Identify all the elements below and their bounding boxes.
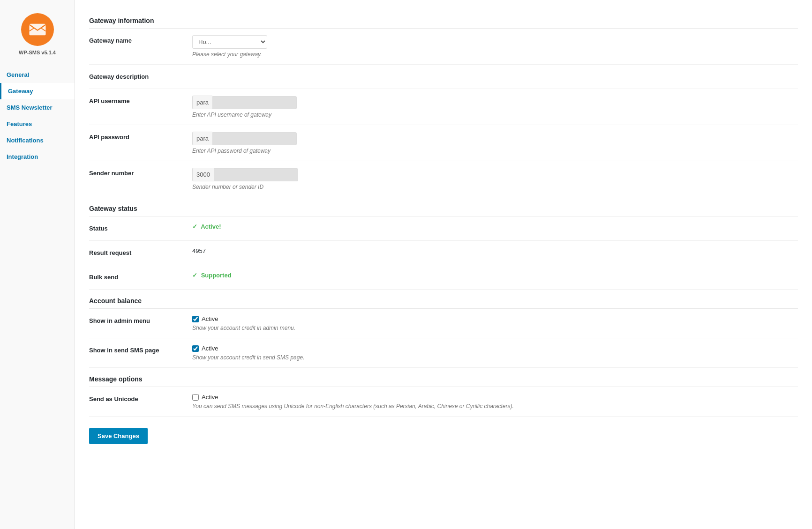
sidebar-item-sms-newsletter-link[interactable]: SMS Newsletter: [7, 104, 53, 111]
show-in-admin-menu-checkbox-row: Active: [192, 315, 798, 322]
api-password-prefix: para: [192, 132, 212, 145]
result-request-value: 4957: [192, 241, 798, 265]
api-password-description: Enter API password of gateway: [192, 148, 798, 154]
message-options-table: Send as Unicode Active You can send SMS …: [89, 387, 798, 417]
send-as-unicode-description: You can send SMS messages using Unicode …: [192, 403, 798, 410]
sidebar-item-gateway-link[interactable]: Gateway: [8, 88, 33, 95]
status-label: Status: [89, 216, 192, 241]
logo-version: WP-SMS v5.1.4: [19, 50, 56, 55]
sidebar-item-integration[interactable]: Integration: [0, 149, 75, 165]
sender-number-blurred: [214, 168, 298, 181]
gateway-name-select-wrapper: Ho...: [192, 35, 267, 49]
api-password-label: API password: [89, 125, 192, 161]
sender-number-description: Sender number or sender ID: [192, 184, 798, 190]
message-options-title: Message options: [89, 368, 798, 387]
show-in-send-sms-checkbox-label: Active: [202, 345, 218, 352]
sidebar: WP-SMS v5.1.4 General Gateway SMS Newsle…: [0, 0, 75, 529]
api-username-field: para Enter API username of gateway: [192, 89, 798, 125]
api-username-row: API username para Enter API username of …: [89, 89, 798, 125]
show-in-admin-menu-checkbox-label: Active: [202, 315, 218, 322]
bulk-send-text: Supported: [201, 272, 232, 279]
show-in-send-sms-label: Show in send SMS page: [89, 338, 192, 368]
api-password-blurred: [212, 132, 297, 145]
api-username-input-group: para: [192, 96, 297, 109]
api-username-description: Enter API username of gateway: [192, 112, 798, 118]
sidebar-item-gateway[interactable]: Gateway: [0, 83, 75, 99]
envelope-icon: [28, 20, 47, 39]
gateway-description-field: [192, 65, 798, 89]
gateway-name-description: Please select your gateway.: [192, 51, 798, 58]
gateway-name-select[interactable]: Ho...: [192, 35, 267, 49]
show-in-send-sms-field: Active Show your account credit in send …: [192, 338, 798, 368]
bulk-send-checkmark-icon: ✓: [192, 272, 197, 279]
logo-area: WP-SMS v5.1.4: [0, 5, 75, 65]
gateway-name-row: Gateway name Ho... Please select your ga…: [89, 29, 798, 65]
show-in-admin-menu-row: Show in admin menu Active Show your acco…: [89, 309, 798, 338]
api-username-prefix: para: [192, 96, 212, 109]
gateway-info-title: Gateway information: [89, 9, 798, 29]
gateway-status-title: Gateway status: [89, 197, 798, 216]
account-balance-title: Account balance: [89, 290, 798, 309]
show-in-send-sms-description: Show your account credit in send SMS pag…: [192, 354, 798, 361]
bulk-send-value: ✓ Supported: [192, 265, 798, 290]
gateway-description-label: Gateway description: [89, 65, 192, 89]
sidebar-item-features[interactable]: Features: [0, 116, 75, 132]
api-password-row: API password para Enter API password of …: [89, 125, 798, 161]
save-changes-button[interactable]: Save Changes: [89, 428, 148, 444]
sidebar-item-notifications[interactable]: Notifications: [0, 132, 75, 149]
status-value: ✓ Active!: [192, 216, 798, 241]
bulk-send-badge: ✓ Supported: [192, 272, 232, 279]
send-as-unicode-checkbox[interactable]: [192, 394, 199, 401]
sender-number-prefix: 3000: [192, 168, 214, 181]
api-username-blurred: [212, 96, 297, 109]
send-as-unicode-label: Send as Unicode: [89, 387, 192, 417]
show-in-admin-menu-field: Active Show your account credit in admin…: [192, 309, 798, 338]
status-active-text: Active!: [201, 223, 221, 230]
result-request-label: Result request: [89, 241, 192, 265]
nav-menu: General Gateway SMS Newsletter Features …: [0, 67, 75, 165]
main-content: Gateway information Gateway name Ho... P…: [75, 0, 812, 529]
sidebar-item-features-link[interactable]: Features: [7, 120, 32, 127]
sidebar-item-general-link[interactable]: General: [7, 71, 29, 78]
send-as-unicode-row: Send as Unicode Active You can send SMS …: [89, 387, 798, 417]
status-active-badge: ✓ Active!: [192, 223, 221, 230]
show-in-send-sms-checkbox[interactable]: [192, 345, 199, 352]
show-in-send-sms-checkbox-row: Active: [192, 345, 798, 352]
gateway-name-label: Gateway name: [89, 29, 192, 65]
gateway-info-table: Gateway name Ho... Please select your ga…: [89, 29, 798, 197]
show-in-admin-menu-label: Show in admin menu: [89, 309, 192, 338]
gateway-status-table: Status ✓ Active! Result request 4957 Bul…: [89, 216, 798, 290]
sidebar-item-sms-newsletter[interactable]: SMS Newsletter: [0, 99, 75, 116]
sidebar-item-notifications-link[interactable]: Notifications: [7, 137, 44, 144]
gateway-name-field: Ho... Please select your gateway.: [192, 29, 798, 65]
status-row: Status ✓ Active!: [89, 216, 798, 241]
status-checkmark-icon: ✓: [192, 223, 197, 230]
sender-number-input-group: 3000: [192, 168, 298, 181]
gateway-description-row: Gateway description: [89, 65, 798, 89]
send-as-unicode-field: Active You can send SMS messages using U…: [192, 387, 798, 417]
bulk-send-row: Bulk send ✓ Supported: [89, 265, 798, 290]
result-request-row: Result request 4957: [89, 241, 798, 265]
show-in-send-sms-row: Show in send SMS page Active Show your a…: [89, 338, 798, 368]
sidebar-item-integration-link[interactable]: Integration: [7, 153, 38, 160]
show-in-admin-menu-checkbox[interactable]: [192, 316, 199, 322]
send-as-unicode-checkbox-label: Active: [202, 394, 218, 401]
api-username-label: API username: [89, 89, 192, 125]
api-password-field: para Enter API password of gateway: [192, 125, 798, 161]
logo-icon: [21, 13, 54, 46]
bulk-send-label: Bulk send: [89, 265, 192, 290]
sender-number-field: 3000 Sender number or sender ID: [192, 161, 798, 197]
sender-number-row: Sender number 3000 Sender number or send…: [89, 161, 798, 197]
show-in-admin-menu-description: Show your account credit in admin menu.: [192, 325, 798, 331]
sidebar-item-general[interactable]: General: [0, 67, 75, 83]
account-balance-table: Show in admin menu Active Show your acco…: [89, 309, 798, 368]
api-password-input-group: para: [192, 132, 297, 145]
send-as-unicode-checkbox-row: Active: [192, 394, 798, 401]
result-request-count: 4957: [192, 247, 206, 254]
sender-number-label: Sender number: [89, 161, 192, 197]
